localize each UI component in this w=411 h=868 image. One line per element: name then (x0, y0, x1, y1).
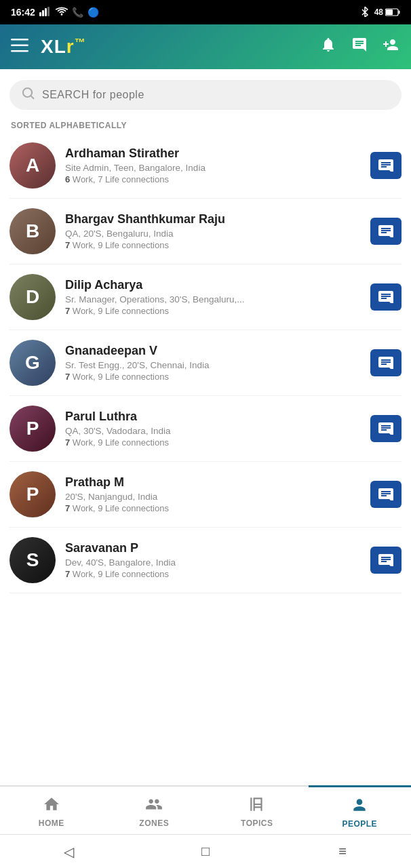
person-connections: 7 Work, 9 Life connections (65, 372, 361, 382)
nav-left: XLr™ (11, 36, 86, 58)
signal-icon (39, 7, 52, 18)
person-info: Parul Luthra QA, 30'S, Vadodara, India 7… (65, 410, 361, 448)
notification-icon[interactable] (320, 37, 336, 57)
people-icon (351, 796, 368, 816)
person-meta: QA, 20'S, Bengaluru, India (65, 229, 361, 239)
nav-home[interactable]: HOME (0, 787, 103, 834)
home-button[interactable]: □ (189, 835, 222, 869)
svg-rect-1 (42, 10, 44, 16)
menu-button[interactable]: ≡ (326, 835, 359, 869)
person-meta: Dev, 40'S, Bangalore, India (65, 557, 361, 568)
battery-icon: 48 (374, 7, 400, 17)
nav-label-zones: ZONES (139, 818, 169, 828)
message-button[interactable] (370, 152, 402, 179)
wifi-icon (56, 7, 68, 18)
nav-topics[interactable]: TOPICS (206, 787, 309, 834)
nav-right (320, 37, 400, 57)
svg-rect-9 (11, 45, 28, 47)
person-info: Gnanadeepan V Sr. Test Engg., 20'S, Chen… (65, 344, 361, 382)
top-nav: XLr™ (0, 24, 411, 69)
person-connections: 7 Work, 9 Life connections (65, 437, 361, 448)
people-list: A Ardhaman Stirather Site Admin, Teen, B… (0, 133, 411, 593)
bottom-nav: HOME ZONES TOPICS PEOPLE (0, 785, 411, 834)
vpn-icon: 🔵 (87, 7, 99, 18)
message-button[interactable] (370, 218, 402, 245)
main-content: SORTED ALPHABETICALLY A Ardhaman Stirath… (0, 69, 411, 682)
avatar: P (9, 471, 56, 517)
status-left: 16:42 📞 🔵 (11, 7, 99, 18)
search-icon (22, 87, 35, 103)
search-bar (9, 80, 402, 110)
message-button[interactable] (370, 349, 402, 376)
person-name: Saravanan P (65, 541, 361, 555)
person-name: Prathap M (65, 475, 361, 490)
android-nav: ◁ □ ≡ (0, 834, 411, 868)
brand-logo: XLr™ (41, 36, 86, 58)
person-name: Ardhaman Stirather (65, 146, 361, 161)
list-item: P Parul Luthra QA, 30'S, Vadodara, India… (9, 396, 402, 462)
person-name: Parul Luthra (65, 410, 361, 424)
message-button[interactable] (370, 415, 402, 442)
add-person-icon[interactable] (383, 37, 400, 57)
svg-rect-0 (39, 12, 41, 16)
svg-rect-8 (11, 39, 28, 41)
avatar: A (9, 142, 56, 189)
message-button[interactable] (370, 283, 402, 311)
message-button[interactable] (370, 547, 402, 574)
person-meta: Sr. Manager, Operations, 30'S, Bengaluru… (65, 294, 361, 304)
call-icon: 📞 (72, 7, 83, 18)
zones-icon (145, 795, 163, 816)
list-item: B Bhargav Shanthkumar Raju QA, 20'S, Ben… (9, 199, 402, 264)
list-item: S Saravanan P Dev, 40'S, Bangalore, Indi… (9, 528, 402, 593)
avatar: G (9, 340, 56, 386)
person-connections: 6 Work, 7 Life connections (65, 174, 361, 184)
person-name: Dilip Acharya (65, 278, 361, 292)
nav-label-people: PEOPLE (342, 819, 377, 829)
search-bar-wrap (0, 69, 411, 115)
person-connections: 7 Work, 9 Life connections (65, 503, 361, 513)
svg-rect-7 (399, 11, 400, 14)
list-item: A Ardhaman Stirather Site Admin, Teen, B… (9, 133, 402, 199)
list-item: D Dilip Acharya Sr. Manager, Operations,… (9, 264, 402, 330)
avatar: D (9, 274, 56, 320)
avatar: S (9, 537, 56, 583)
svg-rect-6 (386, 9, 393, 15)
person-meta: 20'S, Nanjangud, India (65, 492, 361, 502)
person-info: Ardhaman Stirather Site Admin, Teen, Ban… (65, 146, 361, 184)
svg-rect-2 (45, 8, 47, 16)
back-button[interactable]: ◁ (52, 835, 85, 869)
time: 16:42 (11, 7, 35, 18)
list-item: G Gnanadeepan V Sr. Test Engg., 20'S, Ch… (9, 330, 402, 396)
nav-people[interactable]: PEOPLE (309, 785, 412, 834)
hamburger-icon[interactable] (11, 37, 28, 56)
avatar: P (9, 406, 56, 452)
status-bar: 16:42 📞 🔵 4 (0, 0, 411, 24)
sort-label: SORTED ALPHABETICALLY (0, 115, 411, 133)
bluetooth-icon (361, 6, 369, 19)
person-info: Bhargav Shanthkumar Raju QA, 20'S, Benga… (65, 212, 361, 250)
home-icon (43, 795, 60, 816)
svg-rect-10 (11, 50, 28, 52)
nav-zones[interactable]: ZONES (103, 787, 206, 834)
nav-label-topics: TOPICS (241, 818, 273, 828)
person-meta: Site Admin, Teen, Bangalore, India (65, 163, 361, 173)
topics-icon (248, 795, 266, 816)
nav-label-home: HOME (39, 818, 64, 828)
search-input[interactable] (42, 89, 389, 101)
status-right: 48 (361, 6, 400, 19)
person-name: Bhargav Shanthkumar Raju (65, 212, 361, 226)
avatar: B (9, 208, 56, 254)
person-name: Gnanadeepan V (65, 344, 361, 358)
person-info: Saravanan P Dev, 40'S, Bangalore, India … (65, 541, 361, 579)
message-button[interactable] (370, 481, 402, 508)
person-connections: 7 Work, 9 Life connections (65, 240, 361, 250)
person-connections: 7 Work, 9 Life connections (65, 569, 361, 579)
list-item: P Prathap M 20'S, Nanjangud, India 7 Wor… (9, 462, 402, 528)
svg-point-4 (60, 14, 62, 16)
person-info: Prathap M 20'S, Nanjangud, India 7 Work,… (65, 475, 361, 513)
person-meta: Sr. Test Engg., 20'S, Chennai, India (65, 360, 361, 370)
chat-icon[interactable] (351, 37, 368, 57)
svg-rect-3 (47, 7, 50, 16)
person-info: Dilip Acharya Sr. Manager, Operations, 3… (65, 278, 361, 316)
person-connections: 7 Work, 9 Life connections (65, 306, 361, 316)
